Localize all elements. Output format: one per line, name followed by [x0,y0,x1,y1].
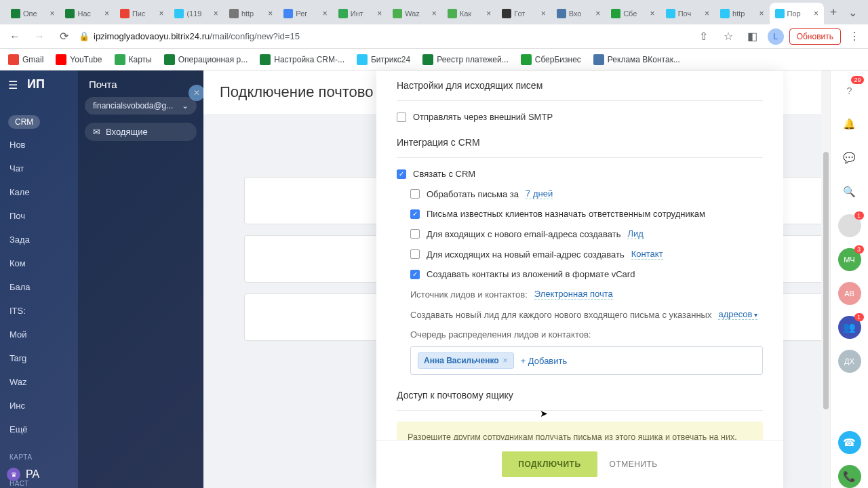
sidebar-item[interactable]: Ещё [0,418,78,441]
bookmark-item[interactable]: Настройка CRM-... [260,54,344,65]
known-clients-checkbox[interactable] [410,209,420,219]
sidebar-item[interactable]: Бала [0,275,78,299]
browser-tab[interactable]: (119× [169,3,223,24]
browser-tab[interactable]: Нас× [60,3,114,24]
close-icon[interactable]: × [432,9,437,18]
contact-avatar[interactable]: МЧ3 [838,248,861,271]
close-icon[interactable]: × [814,9,818,18]
sidebar-item[interactable]: Кале [0,180,78,204]
close-icon[interactable]: × [541,9,546,18]
bookmark-item[interactable]: СберБизнес [521,54,581,65]
close-icon[interactable]: × [705,9,709,18]
browser-tab[interactable]: http× [715,3,769,24]
phone-icon[interactable]: 📞 [838,465,861,488]
source-link[interactable]: Электронная почта [534,289,613,300]
star-icon[interactable]: ☆ [719,27,738,46]
sidebar-item[interactable]: Чат [0,157,78,180]
browser-tab[interactable]: Waz× [387,3,441,24]
close-icon[interactable]: ✕ [189,85,203,101]
browser-tab[interactable]: Рег× [278,3,332,24]
sidebar-item[interactable]: Waz [0,370,78,394]
close-icon[interactable]: × [650,9,655,18]
process-days-link[interactable]: 7 дней [526,188,553,199]
sidebar-item[interactable]: Инс [0,394,78,418]
bookmark-item[interactable]: Реклама ВКонтак... [593,54,680,65]
browser-tab[interactable]: Гот× [496,3,551,24]
tabs-dropdown[interactable]: ⌄ [843,6,863,19]
sidebar-item[interactable]: Мой [0,323,78,346]
menu-icon[interactable]: ☰ [8,79,18,92]
search-icon[interactable]: 🔍 [838,180,861,203]
browser-tab[interactable]: Поч× [660,3,715,24]
close-icon[interactable]: × [104,9,109,18]
sidebar-item[interactable]: ITS: [0,299,78,323]
incoming-type-link[interactable]: Лид [627,228,643,239]
tag-remove-icon[interactable]: × [503,356,508,365]
sidebar-item[interactable]: Поч [0,204,78,228]
browser-tab[interactable]: Вхо× [551,3,606,24]
lines-icon[interactable]: ☎ [838,431,861,454]
browser-tab[interactable]: Инт× [333,3,387,24]
queue-tagbox[interactable]: Анна Васильченко × + Добавить [410,346,763,375]
browser-tab[interactable]: Пис× [115,3,169,24]
newlead-dropdown[interactable]: адресов [718,309,757,320]
bookmark-item[interactable]: Gmail [8,54,43,65]
bookmark-item[interactable]: Реестр платежей... [422,54,509,65]
browser-tab[interactable]: http× [224,3,278,24]
contact-avatar[interactable]: 1 [838,214,861,237]
link-crm-checkbox[interactable] [397,169,406,179]
crm-chip[interactable]: CRM [8,115,40,129]
close-icon[interactable]: × [268,9,273,18]
close-icon[interactable]: × [323,9,328,18]
share-icon[interactable]: ⇧ [694,27,713,46]
scrollbar-track[interactable] [821,70,830,488]
sidebar-section[interactable]: КАРТА [0,447,78,468]
extension-icon[interactable]: ◧ [743,27,762,46]
sidebar-footer[interactable]: ♛ РА [7,468,39,481]
add-user-button[interactable]: + Добавить [521,356,568,366]
bookmark-item[interactable]: Карты [115,54,152,65]
bookmark-item[interactable]: Битрикс24 [357,54,410,65]
contact-avatar[interactable]: ДХ [838,350,861,373]
close-icon[interactable]: × [214,9,218,18]
close-icon[interactable]: × [595,9,600,18]
close-icon[interactable]: × [50,9,54,18]
sidebar-item[interactable]: Нов [0,133,78,157]
bookmark-item[interactable]: Операционная р... [164,54,248,65]
sidebar-item[interactable]: Ком [0,251,78,275]
menu-icon[interactable]: ⋮ [846,30,863,43]
bookmark-item[interactable]: YouTube [56,54,102,65]
update-button[interactable]: Обновить [789,28,841,45]
incoming-checkbox[interactable] [410,229,420,239]
outgoing-checkbox[interactable] [410,249,420,259]
process-mail-checkbox[interactable] [410,189,420,199]
close-icon[interactable]: × [486,9,491,18]
help-icon[interactable]: ?29 [838,79,861,102]
back-button[interactable]: ← [5,27,24,46]
reload-button[interactable]: ⟳ [54,27,73,46]
close-icon[interactable]: × [377,9,382,18]
browser-tab[interactable]: Сбе× [606,3,660,24]
url-field[interactable]: 🔒 ipzimoglyadovaoyu.bitrix24.ru/mail/con… [79,31,689,41]
scrollbar-thumb[interactable] [823,152,829,409]
browser-tab[interactable]: Пор× [770,3,824,24]
vcard-checkbox[interactable] [410,270,420,279]
contact-avatar[interactable]: АВ [838,282,861,305]
new-tab-button[interactable]: + [824,3,843,22]
browser-tab[interactable]: Как× [442,3,496,24]
group-icon[interactable]: 👥1 [838,316,861,339]
sidebar-item[interactable]: Зада [0,228,78,251]
mail-account-dropdown[interactable]: financialsvoboda@g... ⌄ ✕ [85,97,197,115]
cancel-button[interactable]: ОТМЕНИТЬ [610,460,658,469]
sidebar-item[interactable]: Targ [0,346,78,370]
close-icon[interactable]: × [760,9,764,18]
smtp-checkbox[interactable] [397,113,406,122]
inbox-folder[interactable]: ✉ Входящие [85,123,197,141]
connect-button[interactable]: ПОДКЛЮЧИТЬ [502,451,597,477]
forward-button[interactable]: → [30,27,49,46]
outgoing-type-link[interactable]: Контакт [631,249,663,260]
browser-tab[interactable]: Опе× [5,3,60,24]
chat-icon[interactable]: 💬 [838,146,861,169]
profile-avatar[interactable]: L [768,28,784,45]
bell-icon[interactable]: 🔔 [838,113,861,136]
